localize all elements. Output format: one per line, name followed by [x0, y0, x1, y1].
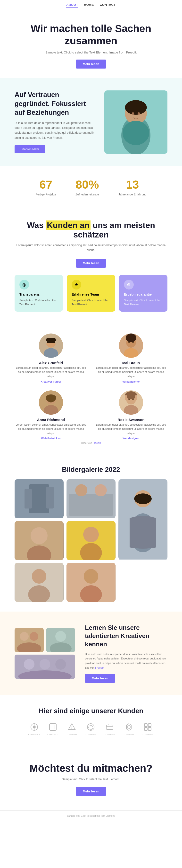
member-role-1: Kreativer Führer: [40, 380, 61, 383]
nav-contact[interactable]: CONTACT: [100, 3, 116, 7]
gallery-section: Bildergalerie 2022: [0, 456, 182, 612]
client-svg-2: [48, 723, 57, 732]
client-logo-2: CONTACT: [47, 722, 59, 736]
team-freepik-link[interactable]: Freepik: [93, 442, 101, 444]
footer-text: Sample text. Click to select the Text El…: [4, 814, 178, 817]
learn-button[interactable]: Mehr lesen: [85, 674, 115, 683]
gallery-item-4[interactable]: [14, 521, 64, 560]
learn-img-group-1: [14, 628, 75, 652]
gallery-img-1-svg: [14, 479, 64, 518]
svg-point-66: [24, 659, 34, 670]
member-bio-3: Lorem ipsum dolor sit amet, consectetur …: [14, 423, 87, 436]
svg-rect-85: [144, 724, 147, 726]
client-svg-6: [124, 723, 133, 732]
svg-point-50: [83, 527, 99, 542]
member-bio-1: Lorem ipsum dolor sit amet, consectetur …: [14, 366, 87, 379]
svg-point-41: [95, 484, 107, 496]
svg-rect-12: [46, 338, 56, 343]
svg-point-5: [132, 112, 134, 115]
gallery-item-6[interactable]: [14, 563, 64, 602]
nav-about[interactable]: ABOUT: [66, 3, 78, 7]
svg-point-63: [55, 631, 66, 642]
cta-body: Sample text. Click to select the Text El…: [20, 778, 162, 781]
svg-point-20: [126, 334, 136, 342]
card-erfahrenes-team[interactable]: ★ Erfahrenes Team Sample text. Click to …: [67, 275, 115, 312]
stats-section: 67 Fertige Projekte 80% Zufriedenheitsra…: [0, 166, 182, 208]
gallery-item-7[interactable]: [67, 563, 115, 602]
svg-point-67: [40, 659, 50, 670]
avatar-roxie-img: [119, 391, 143, 415]
hero-subtitle: Sample text. Click to select the Text El…: [20, 51, 162, 54]
client-svg-5: [105, 723, 114, 732]
customers-button[interactable]: Mehr lesen: [76, 259, 106, 268]
card-transparenz[interactable]: ◎ Transparenz Sample text. Click to sele…: [14, 275, 63, 312]
learn-img-2: [46, 628, 75, 652]
trust-image: [104, 90, 168, 154]
avatar-anna-img: [39, 391, 63, 415]
card-title-ergebnis: Ergebnisgarantie: [124, 292, 162, 296]
customers-section: Was Kunden an uns am meisten schätzen Lo…: [0, 208, 182, 324]
card-icon-transparenz: ◎: [20, 280, 29, 289]
client-logo-4: COMPANY: [85, 722, 97, 736]
member-role-3: Web-Entwickler: [41, 437, 61, 440]
avatar-mai-img: [119, 334, 143, 358]
card-icon-ergebnis: ⊕: [124, 280, 134, 289]
gallery-item-5[interactable]: [67, 521, 115, 560]
svg-rect-86: [148, 724, 151, 726]
card-title-team: Erfahrenes Team: [72, 292, 110, 296]
gallery-image-5: [67, 521, 115, 560]
hero-cta-button[interactable]: Mehr lesen: [76, 60, 106, 68]
team-member-3: Anna Richmond Lorem ipsum dolor sit amet…: [14, 391, 87, 440]
customers-heading-highlight: Kunden an: [46, 220, 90, 230]
member-name-1: Alex Grünfeld: [39, 361, 63, 365]
card-body-ergebnis: Sample text. Click to select the Text El…: [124, 298, 162, 307]
avatar-anna: [39, 391, 63, 415]
learn-section: Lernen Sie unsere talentierten Kreativen…: [0, 612, 182, 695]
gallery-img-5-svg: [67, 521, 115, 560]
gallery-image-2: [67, 479, 115, 518]
svg-point-40: [75, 484, 87, 496]
member-bio-2: Lorem ipsum dolor sit amet, consectetur …: [95, 366, 168, 379]
gallery-item-3[interactable]: [118, 479, 168, 560]
client-logo-3: COMPANY: [66, 722, 77, 736]
stat-label-3: Jahrelange Erfahrung: [118, 193, 146, 196]
card-ergebnisgarantie[interactable]: ⊕ Ergebnisgarantie Sample text. Click to…: [119, 275, 168, 312]
client-svg-7: [143, 723, 152, 732]
avatar-roxie: [119, 391, 143, 415]
client-label-2: CONTACT: [47, 733, 59, 736]
learn-freepik-link[interactable]: Freepik: [95, 666, 104, 669]
svg-point-6: [138, 112, 140, 115]
client-label-3: COMPANY: [66, 733, 77, 736]
footer: Sample text. Click to select the Text El…: [0, 810, 182, 821]
member-bio-4: Lorem ipsum dolor sit amet, consectetur …: [95, 423, 168, 436]
gallery-grid: [14, 479, 168, 602]
nav-home[interactable]: HOME: [84, 3, 94, 7]
stat-3: 13 Jahrelange Erfahrung: [118, 178, 146, 196]
learn-body: Duis aute irure dolor in reprehenderit i…: [85, 652, 168, 670]
learn-img-1-svg: [14, 628, 44, 652]
gallery-item-1[interactable]: [14, 479, 64, 518]
svg-point-47: [31, 527, 47, 544]
team-grid: Alex Grünfeld Lorem ipsum dolor sit amet…: [14, 334, 168, 440]
client-svg-3: [68, 723, 76, 732]
svg-point-45: [134, 493, 152, 504]
client-icon-5: [105, 722, 114, 732]
svg-point-68: [55, 659, 66, 670]
learn-images-block: [14, 628, 75, 679]
clients-section: Hier sind einige unserer Kunden COMPANY: [0, 695, 182, 748]
team-member-4: Roxie Swanson Lorem ipsum dolor sit amet…: [95, 391, 168, 440]
member-name-2: Mai Braun: [122, 361, 140, 365]
team-member-1: Alex Grünfeld Lorem ipsum dolor sit amet…: [14, 334, 87, 383]
cta-button[interactable]: Mehr lesen: [76, 787, 106, 796]
team-freepik-credit: Bilder von Freepik: [14, 440, 168, 446]
client-logo-5: COMPANY: [104, 722, 115, 736]
stat-1: 67 Fertige Projekte: [36, 178, 56, 196]
card-title-transparenz: Transparenz: [20, 292, 58, 296]
clients-logos-row: COMPANY CONTACT C: [14, 722, 168, 736]
svg-rect-33: [135, 395, 137, 400]
svg-point-79: [71, 728, 72, 729]
stat-label-1: Fertige Projekte: [36, 193, 56, 196]
gallery-item-2[interactable]: [67, 479, 115, 518]
trust-button[interactable]: Erfahren Mehr: [14, 145, 45, 153]
team-member-2: Mai Braun Lorem ipsum dolor sit amet, co…: [95, 334, 168, 383]
